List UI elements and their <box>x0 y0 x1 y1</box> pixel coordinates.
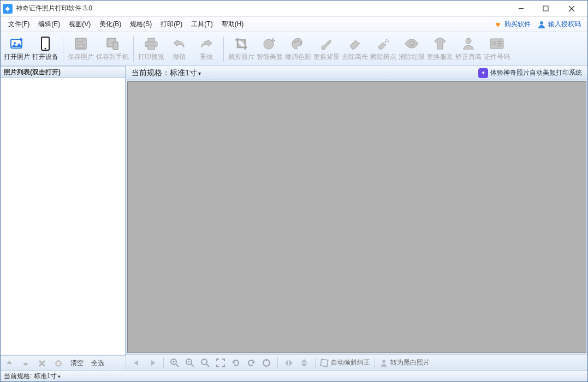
svg-point-4 <box>540 21 543 25</box>
flip-v-button[interactable] <box>298 357 311 369</box>
status-spec-label: 当前规格: <box>4 372 32 381</box>
svg-line-44 <box>206 364 209 367</box>
image-canvas[interactable] <box>127 81 586 353</box>
remove-spots-button[interactable]: 擦除斑点 <box>369 34 397 64</box>
redo-icon <box>199 36 214 51</box>
select-all-button[interactable]: 全选 <box>89 357 106 369</box>
menu-print[interactable]: 打印(P) <box>156 17 187 31</box>
undo-button[interactable]: 撤销 <box>165 34 193 64</box>
spots-icon <box>376 36 391 51</box>
user-icon <box>537 20 546 29</box>
svg-line-37 <box>176 364 179 367</box>
svg-point-27 <box>492 41 496 45</box>
svg-rect-10 <box>78 38 83 42</box>
open-photo-icon <box>9 36 25 51</box>
promo-link[interactable]: ✦体验神奇照片自动美颜打印系统 <box>478 68 582 78</box>
save-icon <box>73 36 88 51</box>
svg-point-20 <box>300 42 302 44</box>
close-button[interactable] <box>558 1 585 16</box>
canvas-toolbar: 自动倾斜纠正 转为黑白照片 <box>126 354 587 371</box>
minimize-button[interactable] <box>509 1 533 16</box>
photo-list[interactable] <box>1 78 126 355</box>
main-toolbar: 打开照片 打开设备 保存照片 保存到手机 打印预览 撤销 重做 裁剪照片 智能美… <box>1 32 587 66</box>
rotate-180-button[interactable] <box>260 357 273 369</box>
menu-bar: 文件(F) 编辑(E) 视图(V) 美化(B) 规格(S) 打印(P) 工具(T… <box>1 17 587 32</box>
eraser-icon <box>347 36 363 51</box>
spec-dropdown[interactable]: 标准1寸▾ <box>170 68 201 78</box>
adjust-color-button[interactable]: 微调色彩 <box>284 34 312 64</box>
flip-h-button[interactable] <box>282 357 295 369</box>
crop-icon <box>234 36 249 51</box>
change-bg-button[interactable]: 更换背景 <box>312 34 341 64</box>
idcard-icon <box>489 36 504 51</box>
svg-point-25 <box>466 38 471 44</box>
menu-help[interactable]: 帮助(H) <box>217 17 248 31</box>
svg-rect-11 <box>78 44 84 48</box>
phone-icon <box>38 36 53 51</box>
svg-point-8 <box>45 48 46 50</box>
zoom-actual-button[interactable] <box>199 357 212 369</box>
svg-point-43 <box>201 359 207 365</box>
svg-point-22 <box>388 41 389 42</box>
menu-beautify[interactable]: 美化(B) <box>95 17 126 31</box>
maximize-button[interactable] <box>533 1 558 16</box>
crop-button[interactable]: 裁剪照片 <box>227 34 256 64</box>
spec-bar: 当前规格： 标准1寸▾ ✦体验神奇照片自动美颜打印系统 <box>126 66 587 80</box>
open-device-button[interactable]: 打开设备 <box>31 34 60 64</box>
main-area: 照片列表(双击打开) 清空 全选 当前规格： 标准1寸▾ ✦体验神奇照片自动美颜… <box>1 66 587 371</box>
svg-line-41 <box>191 364 194 367</box>
status-spec-dropdown[interactable]: 标准1寸▾ <box>34 372 61 381</box>
photo-list-panel: 照片列表(双击打开) 清空 全选 <box>1 66 126 371</box>
photo-list-toolbar: 清空 全选 <box>1 355 126 371</box>
remove-highlight-button[interactable]: 去除高光 <box>341 34 369 64</box>
svg-point-21 <box>386 39 387 40</box>
save-photo-button[interactable]: 保存照片 <box>67 34 95 64</box>
menu-tools[interactable]: 工具(T) <box>187 17 217 31</box>
svg-point-47 <box>382 360 385 363</box>
remove-button[interactable] <box>52 357 65 369</box>
status-bar: 当前规格: 标准1寸▾ <box>1 371 587 381</box>
rotate-left-button[interactable] <box>229 357 242 369</box>
shoulder-button[interactable]: 矫正肩高 <box>454 34 483 64</box>
smart-beauty-button[interactable]: 智能美颜 <box>256 34 284 64</box>
menu-view[interactable]: 视图(V) <box>64 17 95 31</box>
save-phone-icon <box>105 36 120 51</box>
move-up-button[interactable] <box>3 357 16 369</box>
prev-button[interactable] <box>130 357 144 369</box>
to-bw-button[interactable]: 转为黑白照片 <box>379 358 430 367</box>
id-number-button[interactable]: 证件号码 <box>483 34 511 64</box>
move-down-button[interactable] <box>19 357 32 369</box>
menu-file[interactable]: 文件(F) <box>4 17 34 31</box>
enter-license-link[interactable]: 输入授权码 <box>534 19 584 30</box>
title-bar: ◆ 神奇证件照片打印软件 3.0 <box>1 1 587 17</box>
delete-button[interactable] <box>35 357 49 369</box>
buy-software-link[interactable]: ♥购买软件 <box>490 19 534 30</box>
shoulder-icon <box>461 36 476 51</box>
auto-tilt-button[interactable]: 自动倾斜纠正 <box>320 358 370 367</box>
fit-button[interactable] <box>214 357 227 369</box>
svg-point-6 <box>14 42 16 44</box>
svg-rect-16 <box>148 45 155 50</box>
change-clothes-button[interactable]: 更换服装 <box>426 34 454 64</box>
clear-button[interactable]: 清空 <box>68 357 86 369</box>
zoom-in-button[interactable] <box>168 357 181 369</box>
svg-point-18 <box>295 41 296 43</box>
zoom-out-button[interactable] <box>183 357 197 369</box>
save-to-phone-button[interactable]: 保存到手机 <box>95 34 130 64</box>
undo-icon <box>171 36 187 51</box>
face-sparkle-icon <box>262 36 277 51</box>
menu-edit[interactable]: 编辑(E) <box>34 17 64 31</box>
clothes-icon <box>432 36 448 51</box>
rotate-right-button[interactable] <box>245 357 258 369</box>
open-photo-button[interactable]: 打开照片 <box>3 34 31 64</box>
svg-rect-15 <box>148 38 155 42</box>
redo-button[interactable]: 重做 <box>193 34 220 64</box>
svg-point-24 <box>409 41 414 46</box>
canvas-panel: 当前规格： 标准1寸▾ ✦体验神奇照片自动美颜打印系统 自动倾斜纠正 转为黑白照… <box>126 66 587 371</box>
remove-redeye-button[interactable]: 消除红眼 <box>397 34 426 64</box>
menu-spec[interactable]: 规格(S) <box>126 17 156 31</box>
photo-list-header: 照片列表(双击打开) <box>1 66 126 78</box>
svg-point-19 <box>298 40 299 42</box>
print-preview-button[interactable]: 打印预览 <box>137 34 165 64</box>
next-button[interactable] <box>146 357 159 369</box>
